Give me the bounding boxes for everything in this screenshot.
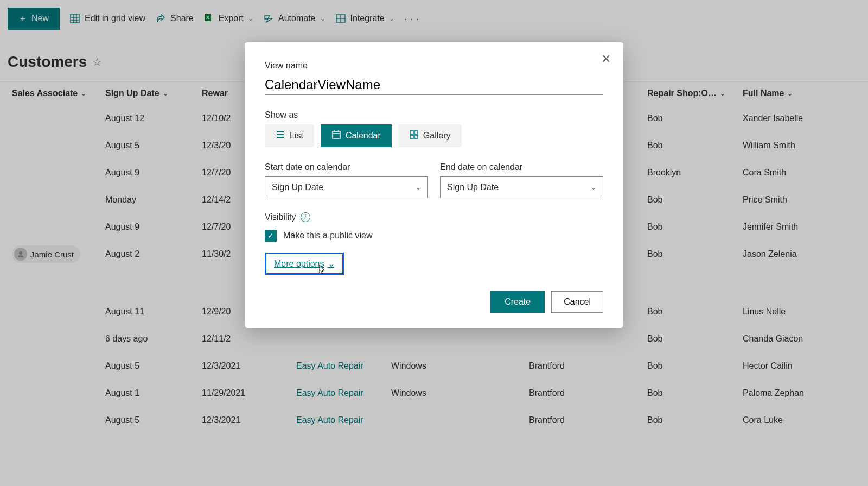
start-date-value: Sign Up Date bbox=[272, 182, 323, 192]
public-view-checkbox-row[interactable]: ✓ Make this a public view bbox=[265, 230, 603, 242]
start-date-label: Start date on calendar bbox=[265, 162, 428, 172]
visibility-header: Visibility i bbox=[265, 212, 603, 222]
list-icon bbox=[276, 130, 285, 142]
create-view-dialog: ✕ View name Show as List Calendar bbox=[245, 42, 623, 328]
date-fields-row: Start date on calendar Sign Up Date ⌄ En… bbox=[265, 162, 603, 198]
svg-rect-20 bbox=[410, 135, 413, 138]
chevron-down-icon: ⌄ bbox=[416, 184, 421, 191]
public-view-checkbox[interactable]: ✓ bbox=[265, 230, 277, 242]
close-button[interactable]: ✕ bbox=[601, 52, 611, 66]
public-view-label: Make this a public view bbox=[283, 231, 373, 241]
list-toggle-label: List bbox=[290, 131, 303, 141]
svg-rect-21 bbox=[414, 135, 418, 138]
visibility-label: Visibility bbox=[265, 212, 296, 222]
svg-rect-14 bbox=[333, 131, 340, 138]
end-date-label: End date on calendar bbox=[440, 162, 603, 172]
start-date-select[interactable]: Sign Up Date ⌄ bbox=[265, 176, 428, 198]
svg-rect-19 bbox=[414, 131, 418, 134]
page-root: ＋ New Edit in grid view Share X Export ⌄ bbox=[0, 0, 868, 486]
create-button[interactable]: Create bbox=[490, 291, 545, 313]
cancel-button[interactable]: Cancel bbox=[551, 291, 603, 313]
show-as-list-button[interactable]: List bbox=[265, 124, 314, 147]
chevron-down-icon: ⌄ bbox=[328, 258, 335, 269]
modal-overlay[interactable]: ✕ View name Show as List Calendar bbox=[0, 0, 868, 486]
view-name-input[interactable] bbox=[265, 75, 603, 95]
show-as-label: Show as bbox=[265, 110, 603, 120]
show-as-calendar-button[interactable]: Calendar bbox=[321, 124, 392, 147]
view-name-label: View name bbox=[265, 61, 603, 71]
calendar-icon bbox=[331, 130, 341, 142]
show-as-gallery-button[interactable]: Gallery bbox=[398, 124, 462, 147]
end-date-value: Sign Up Date bbox=[447, 182, 499, 192]
info-icon[interactable]: i bbox=[301, 212, 310, 222]
svg-rect-18 bbox=[410, 131, 413, 134]
gallery-toggle-label: Gallery bbox=[423, 131, 451, 141]
chevron-down-icon: ⌄ bbox=[591, 184, 596, 191]
calendar-toggle-label: Calendar bbox=[346, 131, 381, 141]
gallery-icon bbox=[409, 130, 419, 142]
dialog-footer: Create Cancel bbox=[265, 291, 603, 313]
more-options-button[interactable]: More options ⌄ bbox=[265, 253, 344, 275]
end-date-select[interactable]: Sign Up Date ⌄ bbox=[440, 176, 603, 198]
show-as-toggle-group: List Calendar Gallery bbox=[265, 124, 603, 147]
more-options-label: More options bbox=[274, 259, 324, 269]
